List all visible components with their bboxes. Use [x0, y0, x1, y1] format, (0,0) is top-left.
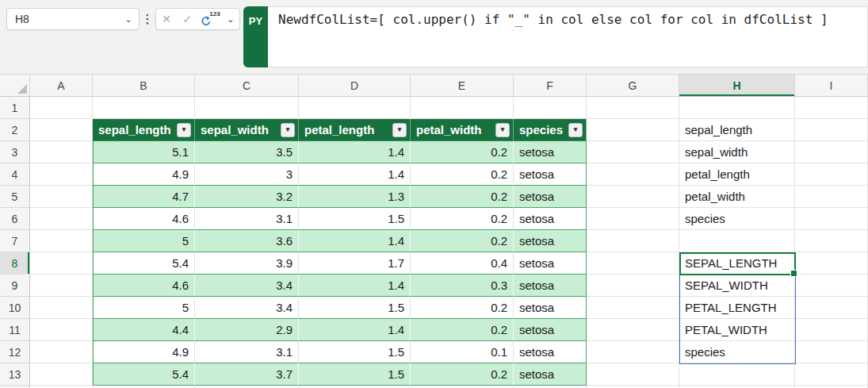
- cell-I3[interactable]: [795, 141, 868, 163]
- cell-H7[interactable]: [679, 230, 795, 252]
- cell-A11[interactable]: [30, 319, 93, 341]
- cell-C11[interactable]: 2.9: [195, 319, 299, 341]
- cell-A5[interactable]: [30, 186, 93, 208]
- cell-F12[interactable]: setosa: [514, 341, 587, 363]
- cell-A4[interactable]: [30, 163, 93, 186]
- cell-F3[interactable]: setosa: [514, 141, 587, 163]
- row-header-10[interactable]: 10: [0, 297, 30, 319]
- cell-C10[interactable]: 3.4: [195, 297, 299, 319]
- cell-D13[interactable]: 1.5: [299, 363, 411, 386]
- cell-D11[interactable]: 1.4: [299, 319, 411, 341]
- cell-G2[interactable]: [587, 119, 679, 141]
- cell-E12[interactable]: 0.1: [411, 341, 514, 363]
- cell-D3[interactable]: 1.4: [299, 141, 411, 163]
- cell-I8[interactable]: [795, 252, 868, 275]
- cell-H10[interactable]: PETAL_LENGTH: [679, 297, 795, 319]
- enter-icon[interactable]: ✓: [178, 9, 196, 29]
- cell-C2-table-header[interactable]: sepal_width▾: [195, 119, 299, 141]
- cell-D10[interactable]: 1.5: [299, 297, 411, 319]
- filter-button-petal_length[interactable]: ▾: [392, 123, 407, 137]
- cell-C4[interactable]: 3: [195, 163, 299, 186]
- cell-F2-table-header[interactable]: species▾: [514, 119, 587, 141]
- cell-C1[interactable]: [195, 97, 299, 119]
- cell-E10[interactable]: 0.2: [411, 297, 514, 319]
- cell-I5[interactable]: [795, 186, 868, 208]
- cell-G9[interactable]: [587, 275, 679, 297]
- cell-C12[interactable]: 3.1: [195, 341, 299, 363]
- cell-H12[interactable]: species: [679, 341, 795, 363]
- filter-button-sepal_width[interactable]: ▾: [281, 123, 295, 137]
- row-header-3[interactable]: 3: [0, 141, 30, 163]
- cell-E2-table-header[interactable]: petal_width▾: [411, 119, 514, 141]
- cell-B5[interactable]: 4.7: [93, 186, 195, 208]
- cell-H9[interactable]: SEPAL_WIDTH: [679, 275, 795, 297]
- filter-button-species[interactable]: ▾: [568, 123, 583, 137]
- cell-F4[interactable]: setosa: [514, 163, 587, 186]
- row-header-1[interactable]: 1: [0, 97, 30, 119]
- row-header-9[interactable]: 9: [0, 275, 30, 297]
- row-header-13[interactable]: 13: [0, 363, 30, 386]
- cell-A12[interactable]: [30, 341, 93, 363]
- cell-I11[interactable]: [795, 319, 868, 341]
- cell-E3[interactable]: 0.2: [411, 141, 514, 163]
- cell-B3[interactable]: 5.1: [93, 141, 195, 163]
- cell-I2[interactable]: [795, 119, 868, 141]
- cell-E8[interactable]: 0.4: [411, 252, 514, 275]
- cell-C5[interactable]: 3.2: [195, 186, 299, 208]
- cell-D5[interactable]: 1.3: [299, 186, 411, 208]
- cell-F6[interactable]: setosa: [514, 208, 587, 230]
- cell-H5[interactable]: petal_width: [679, 186, 795, 208]
- cell-H6[interactable]: species: [679, 208, 795, 230]
- cell-E9[interactable]: 0.3: [411, 275, 514, 297]
- cell-B10[interactable]: 5: [93, 297, 195, 319]
- column-header-F[interactable]: F: [514, 75, 587, 97]
- cell-B11[interactable]: 4.4: [93, 319, 195, 341]
- cell-B2-table-header[interactable]: sepal_length▾: [93, 119, 195, 141]
- cell-G10[interactable]: [587, 297, 679, 319]
- more-options-icon[interactable]: ⋮: [141, 8, 154, 30]
- row-header-5[interactable]: 5: [0, 186, 30, 208]
- cell-B6[interactable]: 4.6: [93, 208, 195, 230]
- cell-I12[interactable]: [795, 341, 868, 363]
- cell-E1[interactable]: [411, 97, 514, 119]
- row-header-4[interactable]: 4: [0, 163, 30, 186]
- name-box[interactable]: H8 ⌄: [6, 8, 140, 30]
- cell-D4[interactable]: 1.4: [299, 163, 411, 186]
- column-header-C[interactable]: C: [195, 75, 299, 97]
- cell-G5[interactable]: [587, 186, 679, 208]
- cell-A6[interactable]: [30, 208, 93, 230]
- cell-C6[interactable]: 3.1: [195, 208, 299, 230]
- cell-F13[interactable]: setosa: [514, 363, 587, 386]
- cell-D8[interactable]: 1.7: [299, 252, 411, 275]
- cell-A9[interactable]: [30, 275, 93, 297]
- cell-A3[interactable]: [30, 141, 93, 163]
- cell-B1[interactable]: [93, 97, 195, 119]
- python-language-badge[interactable]: PY: [243, 6, 268, 67]
- formula-bar[interactable]: NewdfColList=[ col.upper() if "_" in col…: [268, 6, 868, 67]
- cell-E11[interactable]: 0.2: [411, 319, 514, 341]
- cell-E4[interactable]: 0.2: [411, 163, 514, 186]
- cell-D1[interactable]: [299, 97, 411, 119]
- cell-F7[interactable]: setosa: [514, 230, 587, 252]
- cell-A1[interactable]: [30, 97, 93, 119]
- row-header-2[interactable]: 2: [0, 119, 30, 141]
- cell-G8[interactable]: [587, 252, 679, 275]
- cancel-icon[interactable]: ✕: [158, 9, 175, 29]
- cell-A13[interactable]: [30, 363, 93, 386]
- cell-G1[interactable]: [587, 97, 679, 119]
- column-header-E[interactable]: E: [411, 75, 514, 97]
- column-header-B[interactable]: B: [93, 75, 195, 97]
- cell-I9[interactable]: [795, 275, 868, 297]
- cell-A2[interactable]: [30, 119, 93, 141]
- name-box-dropdown-icon[interactable]: ⌄: [118, 14, 139, 25]
- cell-G6[interactable]: [587, 208, 679, 230]
- column-header-A[interactable]: A: [30, 75, 93, 97]
- cell-I10[interactable]: [795, 297, 868, 319]
- cell-D6[interactable]: 1.5: [299, 208, 411, 230]
- cell-A7[interactable]: [30, 230, 93, 252]
- row-header-12[interactable]: 12: [0, 341, 30, 363]
- cell-H13[interactable]: [679, 363, 795, 386]
- cell-I6[interactable]: [795, 208, 868, 230]
- row-header-8[interactable]: 8: [0, 252, 30, 275]
- python-output-as-values-icon[interactable]: 123: [200, 9, 220, 29]
